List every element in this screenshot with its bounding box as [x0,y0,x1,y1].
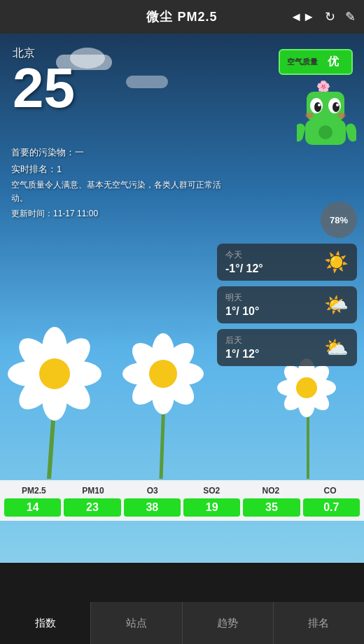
svg-point-24 [39,358,70,389]
weather-tomorrow-icon: 🌤️ [324,293,349,316]
app-title: 微尘 PM2.5 [146,8,217,25]
aqi-number: 25 [13,60,75,116]
weather-day-after: 后天 1°/ 12° ⛅ [217,329,357,366]
air-quality-description: 空气质量令人满意、基本无空气污染，各类人群可正常活动。 [11,178,221,205]
refresh-icon[interactable]: ↻ [325,9,335,24]
svg-rect-13 [344,122,356,143]
svg-rect-12 [297,122,307,143]
bottom-navigation: 指数 站点 趋势 排名 [0,602,364,644]
nav-label-index: 指数 [35,617,56,630]
weather-tomorrow-label: 明天 [225,292,259,304]
info-section: 首要的污染物：一 实时排名：1 空气质量令人满意、基本无空气污染，各类人群可正常… [11,146,221,220]
metric-label-o3: O3 [128,486,177,496]
air-quality-value: 优 [322,53,344,71]
weather-today-temp: -1°/ 12° [225,262,263,275]
air-quality-label: 空气质量 [287,57,318,67]
nav-item-ranking[interactable]: 排名 [274,602,364,644]
nav-label-stations: 站点 [126,617,147,630]
weather-dayafter-icon: ⛅ [324,336,349,359]
metric-label-pm25: PM2.5 [9,486,58,496]
metric-value-pm25[interactable]: 14 [4,498,61,517]
main-area: 北京 25 空气质量 优 🌸 [0,34,364,563]
metrics-values: 14 23 38 19 35 0.7 [4,498,360,517]
update-time: 更新时间：11-17 11:00 [11,208,221,220]
metric-label-so2: SO2 [187,486,236,496]
header-actions: ◄► ↻ ✎ [290,9,356,24]
metric-value-no2[interactable]: 35 [243,498,300,517]
svg-point-9 [305,113,314,118]
weather-cards: 今天 -1°/ 12° ☀️ 明天 1°/ 10° 🌤️ 后天 1°/ 12° … [217,244,357,372]
weather-today-label: 今天 [225,249,263,261]
weather-today: 今天 -1°/ 12° ☀️ [217,244,357,281]
metric-value-pm10[interactable]: 23 [64,498,120,517]
nav-item-stations[interactable]: 站点 [91,602,182,644]
metric-label-no2: NO2 [246,486,295,496]
svg-point-8 [336,104,339,106]
nav-label-trend: 趋势 [217,617,238,630]
nav-item-index[interactable]: 指数 [0,602,91,644]
svg-point-34 [149,360,177,388]
mascot-area: 空气质量 优 🌸 [279,49,353,144]
update-time-label: 更新时间： [11,209,53,218]
humidity-badge: 78% [321,202,357,238]
weather-today-icon: ☀️ [324,251,349,274]
metrics-labels: PM2.5 PM10 O3 SO2 NO2 CO [4,486,360,496]
realtime-rank: 实时排名：1 [11,162,221,176]
svg-point-7 [318,104,321,106]
nav-label-ranking: 排名 [308,617,329,630]
cloud-3 [126,76,168,88]
metric-label-pm10: PM10 [69,486,118,496]
svg-point-5 [314,102,321,112]
share-icon[interactable]: ◄► [290,10,315,24]
nav-item-trend[interactable]: 趋势 [183,602,274,644]
weather-dayafter-temp: 1°/ 12° [225,348,259,360]
metric-value-co[interactable]: 0.7 [303,498,360,517]
edit-icon[interactable]: ✎ [345,9,356,24]
metric-value-o3[interactable]: 38 [124,498,181,517]
svg-point-6 [332,102,340,112]
header: 微尘 PM2.5 ◄► ↻ ✎ [0,0,364,34]
svg-point-10 [337,113,346,118]
svg-point-14 [318,125,332,139]
primary-pollutant: 首要的污染物：一 [11,146,221,160]
weather-dayafter-label: 后天 [225,335,259,346]
humidity-value: 78% [330,215,348,225]
update-time-value: 11-17 11:00 [53,209,98,218]
svg-text:🌸: 🌸 [316,80,330,93]
metrics-bar: PM2.5 PM10 O3 SO2 NO2 CO 14 23 38 19 35 … [0,480,364,521]
weather-tomorrow-temp: 1°/ 10° [225,305,259,318]
cloud-2 [70,48,105,69]
svg-point-44 [296,377,317,398]
mascot-robot: 🌸 [297,80,353,144]
metric-value-so2[interactable]: 19 [183,498,240,517]
metric-label-co: CO [306,486,355,496]
weather-tomorrow: 明天 1°/ 10° 🌤️ [217,286,357,323]
air-quality-badge: 空气质量 优 [279,49,353,75]
